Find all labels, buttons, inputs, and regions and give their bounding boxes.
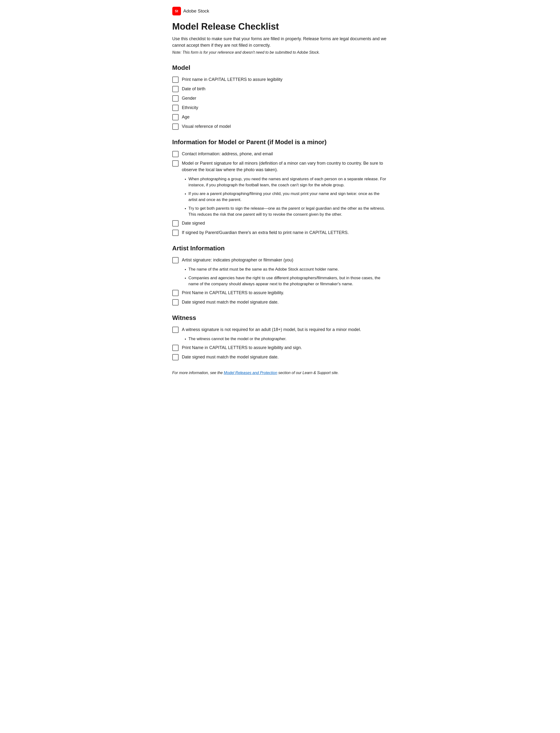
adobe-stock-logo: St [172, 7, 181, 15]
item-text-artist-date-signed: Date signed must match the model signatu… [182, 299, 388, 305]
section-heading-model: Model [172, 63, 388, 72]
list-item: Visual reference of model [172, 123, 388, 130]
checkbox-gender[interactable] [172, 95, 179, 102]
page-title: Model Release Checklist [172, 21, 388, 32]
item-text-parent-guardian-name: If signed by Parent/Guardian there's an … [182, 229, 388, 236]
checkbox-witness-print-name[interactable] [172, 345, 179, 351]
item-text-artist-print-name: Print Name in CAPITAL LETTERS to assure … [182, 290, 388, 296]
bullet-dot: • [185, 336, 186, 342]
bullet-item: • When photographing a group, you need t… [185, 176, 388, 188]
bullet-dot: • [185, 206, 186, 212]
bullet-text: Try to get both parents to sign the rele… [188, 205, 388, 218]
section-heading-info-model-parent: Information for Model or Parent (if Mode… [172, 137, 388, 147]
bullet-list-artist: • The name of the artist must be the sam… [185, 266, 388, 287]
footer-text: For more information, see the Model Rele… [172, 370, 388, 376]
footer-link[interactable]: Model Releases and Protection [224, 371, 277, 375]
item-text-ethnicity: Ethnicity [182, 104, 388, 111]
list-item: Date signed must match the model signatu… [172, 299, 388, 305]
item-text-contact-info: Contact information: address, phone, and… [182, 151, 388, 157]
bullet-text: When photographing a group, you need the… [188, 176, 388, 188]
list-item: Gender [172, 95, 388, 102]
intro-text: Use this checklist to make sure that you… [172, 36, 388, 49]
list-item: A witness signature is not required for … [172, 326, 388, 333]
footer-text-before-link: For more information, see the [172, 371, 224, 375]
checkbox-witness-date-signed[interactable] [172, 354, 179, 360]
item-text-date-signed-model: Date signed [182, 220, 388, 227]
bullet-list-witness: • The witness cannot be the model or the… [185, 336, 388, 342]
list-item: Date signed must match the model signatu… [172, 354, 388, 360]
bullet-item: • If you are a parent photographing/film… [185, 191, 388, 203]
section-heading-artist-info: Artist Information [172, 244, 388, 253]
item-text-gender: Gender [182, 95, 388, 102]
list-item: Contact information: address, phone, and… [172, 151, 388, 157]
bullet-item: • Companies and agencies have the right … [185, 275, 388, 287]
checkbox-visual-reference[interactable] [172, 123, 179, 130]
list-item: Date signed [172, 220, 388, 227]
checkbox-contact-info[interactable] [172, 151, 179, 157]
bullet-dot: • [185, 267, 186, 272]
bullet-dot: • [185, 275, 186, 281]
list-item: Print Name in CAPITAL LETTERS to assure … [172, 290, 388, 296]
list-item: If signed by Parent/Guardian there's an … [172, 229, 388, 236]
section-heading-witness: Witness [172, 313, 388, 323]
list-item: Ethnicity [172, 104, 388, 111]
item-text-witness-print-name: Print Name in CAPITAL LETTERS to assure … [182, 344, 388, 351]
item-text-model-parent-signature: Model or Parent signature for all minors… [182, 160, 388, 173]
checkbox-date-signed-model[interactable] [172, 220, 179, 227]
list-item: Print name in CAPITAL LETTERS to assure … [172, 76, 388, 83]
checkbox-artist-print-name[interactable] [172, 290, 179, 296]
bullet-text: The name of the artist must be the same … [188, 266, 339, 272]
item-text-age: Age [182, 114, 388, 120]
checkbox-witness-signature[interactable] [172, 327, 179, 333]
item-text-witness-date-signed: Date signed must match the model signatu… [182, 354, 388, 360]
checkbox-artist-signature[interactable] [172, 257, 179, 263]
checkbox-model-parent-signature[interactable] [172, 160, 179, 167]
item-text-date-of-birth: Date of birth [182, 86, 388, 92]
checkbox-print-name[interactable] [172, 77, 179, 83]
bullet-list-signatures: • When photographing a group, you need t… [185, 176, 388, 218]
item-text-print-name: Print name in CAPITAL LETTERS to assure … [182, 76, 388, 83]
item-text-artist-signature: Artist signature: indicates photographer… [182, 257, 388, 263]
bullet-text: If you are a parent photographing/filmin… [188, 191, 388, 203]
bullet-item: • Try to get both parents to sign the re… [185, 205, 388, 218]
bullet-dot: • [185, 176, 186, 182]
list-item: Date of birth [172, 86, 388, 92]
list-item: Artist signature: indicates photographer… [172, 257, 388, 263]
page-header: St Adobe Stock [172, 7, 388, 15]
brand-name: Adobe Stock [183, 8, 209, 15]
footer-text-after-link: section of our Learn & Support site. [277, 371, 339, 375]
item-text-visual-reference: Visual reference of model [182, 123, 388, 130]
checkbox-parent-guardian-name[interactable] [172, 230, 179, 236]
bullet-text: Companies and agencies have the right to… [188, 275, 388, 287]
bullet-dot: • [185, 191, 186, 197]
bullet-text: The witness cannot be the model or the p… [188, 336, 286, 342]
checkbox-artist-date-signed[interactable] [172, 299, 179, 305]
checkbox-age[interactable] [172, 114, 179, 120]
list-item: Model or Parent signature for all minors… [172, 160, 388, 173]
item-text-witness-signature: A witness signature is not required for … [182, 326, 388, 333]
bullet-item: • The witness cannot be the model or the… [185, 336, 388, 342]
bullet-item: • The name of the artist must be the sam… [185, 266, 388, 272]
list-item: Print Name in CAPITAL LETTERS to assure … [172, 344, 388, 351]
list-item: Age [172, 114, 388, 120]
checkbox-ethnicity[interactable] [172, 105, 179, 111]
note-text: Note: This form is for your reference an… [172, 50, 388, 55]
checkbox-date-of-birth[interactable] [172, 86, 179, 92]
